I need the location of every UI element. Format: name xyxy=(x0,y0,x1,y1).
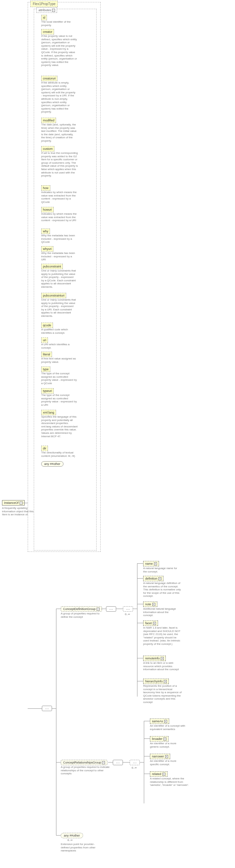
attr-whyuri[interactable]: whyuri xyxy=(41,246,53,252)
collapse-icon[interactable]: − xyxy=(52,9,55,12)
attr-pubconstraint-label: pubconstraint xyxy=(43,265,61,268)
elem-narrower[interactable]: narrower+ xyxy=(150,754,170,759)
seq-dots-icon xyxy=(45,707,49,710)
expand-icon[interactable]: + xyxy=(165,755,168,758)
attr-custom[interactable]: custom xyxy=(41,146,54,151)
expand-icon[interactable]: + xyxy=(164,680,167,683)
collapse-icon[interactable]: − xyxy=(20,501,23,505)
attr-howuri[interactable]: howuri xyxy=(41,207,54,212)
connector xyxy=(144,738,150,739)
expand-icon[interactable]: + xyxy=(164,720,167,723)
attr-modified[interactable]: modified xyxy=(41,118,56,123)
attr-literal[interactable]: literal xyxy=(41,352,52,357)
expand-icon[interactable]: + xyxy=(161,657,164,660)
connector xyxy=(137,681,143,681)
crg-label: ConceptRelationshipsGroup xyxy=(63,761,101,764)
attr-custom-label: custom xyxy=(43,147,53,150)
sequence-indicator xyxy=(113,760,123,765)
concept-relationships-group[interactable]: ConceptRelationshipsGroup − xyxy=(61,760,107,765)
attr-type-desc: The type of the concept assigned as cont… xyxy=(41,372,77,385)
connector xyxy=(140,762,144,763)
elem-sameas-label: sameAs xyxy=(152,720,163,723)
attr-why[interactable]: why xyxy=(41,229,50,234)
attr-typeuri[interactable]: typeuri xyxy=(41,388,54,394)
attr-typeuri-label: typeuri xyxy=(43,389,52,393)
attributes-label: attributes xyxy=(38,8,51,12)
connector xyxy=(137,578,143,579)
collapse-icon[interactable]: − xyxy=(102,761,105,764)
connector xyxy=(137,563,137,697)
attr-dir-label: dir xyxy=(43,447,46,450)
attr-why-desc: Why the metadata has been included - exp… xyxy=(41,234,77,244)
expand-icon[interactable]: + xyxy=(154,562,157,565)
attr-creator-desc: If the property value is not defined, sp… xyxy=(41,34,78,67)
elem-narrower-desc: An identifier of a more specific concept… xyxy=(150,759,182,766)
elem-remoteinfo-desc: A link to an item or a web resource whic… xyxy=(143,661,180,671)
elem-related-label: related xyxy=(152,772,161,776)
elem-note-label: note xyxy=(145,603,151,606)
attr-any-other: any ##other xyxy=(41,461,63,467)
sequence-indicator xyxy=(130,760,140,765)
expand-icon[interactable]: + xyxy=(153,622,156,625)
attr-creator[interactable]: creator xyxy=(41,29,54,34)
attributes-header[interactable]: attributes − xyxy=(36,7,57,13)
connector xyxy=(52,708,56,709)
expand-icon[interactable]: + xyxy=(152,603,155,606)
attr-id[interactable]: id xyxy=(41,15,47,20)
attr-creatoruri[interactable]: creatoruri xyxy=(41,76,57,81)
elem-definition-label: definition xyxy=(145,577,157,580)
expand-icon[interactable]: + xyxy=(162,773,165,776)
root-element[interactable]: instanceOf − xyxy=(2,500,25,506)
elem-definition[interactable]: definition+ xyxy=(143,576,163,581)
attr-type-label: type xyxy=(43,368,49,371)
attr-pubconstrainturi[interactable]: pubconstrainturi xyxy=(41,293,66,298)
elem-facet[interactable]: facet+ xyxy=(143,620,158,626)
attr-dir[interactable]: dir xyxy=(41,446,48,451)
attr-pubconstrainturi-desc: One or many constraints that apply to pu… xyxy=(41,298,77,318)
attr-howuri-label: howuri xyxy=(43,208,52,211)
attr-uri[interactable]: uri xyxy=(41,337,48,343)
connector xyxy=(144,721,144,803)
attr-xmllang[interactable]: xml:lang xyxy=(41,410,56,415)
expand-icon[interactable]: + xyxy=(158,577,161,580)
attr-pubconstraint[interactable]: pubconstraint xyxy=(41,264,63,269)
elem-hierarchyinfo-label: hierarchyInfo xyxy=(145,680,163,683)
expand-icon[interactable]: + xyxy=(163,737,166,741)
attr-howuri-desc: Indicates by which means the value was e… xyxy=(41,212,77,222)
connector xyxy=(28,708,42,709)
elem-remoteinfo[interactable]: remoteInfo+ xyxy=(143,656,166,661)
attr-why-label: why xyxy=(43,230,48,233)
sequence-indicator xyxy=(42,706,52,711)
elem-name[interactable]: name+ xyxy=(143,561,159,566)
elem-note[interactable]: note+ xyxy=(143,602,157,607)
type-name: Flex1PropType xyxy=(30,1,58,7)
attr-typeuri-desc: The type of the concept assigned as cont… xyxy=(41,394,77,406)
connector xyxy=(144,774,150,774)
elem-sameas[interactable]: sameAs+ xyxy=(150,719,169,724)
collapse-icon[interactable]: − xyxy=(97,608,100,611)
attr-uri-label: uri xyxy=(43,338,46,342)
connector xyxy=(133,609,137,609)
connector xyxy=(56,835,61,836)
sequence-indicator xyxy=(106,606,116,612)
seq-dots-icon xyxy=(126,607,130,611)
ext-card: 0..∞ xyxy=(68,839,73,842)
elem-hierarchyinfo[interactable]: hierarchyInfo+ xyxy=(143,679,169,684)
attr-xmllang-desc: Specifies the language of this property … xyxy=(41,415,78,438)
connector xyxy=(56,609,56,835)
attr-uri-desc: A URI which identifies a concept. xyxy=(41,343,74,349)
attr-creatoruri-desc: If the attribute is empty, specifies whi… xyxy=(41,81,77,114)
attr-qcode[interactable]: qcode xyxy=(41,323,53,328)
elem-broader-label: broader xyxy=(152,737,162,741)
elem-broader[interactable]: broader+ xyxy=(150,736,168,742)
attr-pubconstraint-desc: One or many constraints that apply to pu… xyxy=(41,269,77,289)
elem-facet-desc: In NAR 1.8 and later, facet is deprecate… xyxy=(143,626,182,646)
cdg-desc: A group of properties required to define… xyxy=(61,612,105,618)
connector xyxy=(101,609,106,609)
attr-type[interactable]: type xyxy=(41,367,50,372)
elem-definition-desc: A natural language definition of the sem… xyxy=(143,582,181,598)
connector xyxy=(56,762,61,763)
elem-related[interactable]: related+ xyxy=(150,771,167,777)
concept-definition-group[interactable]: ConceptDefinitionGroup − xyxy=(61,606,102,612)
attr-how[interactable]: how xyxy=(41,185,50,191)
